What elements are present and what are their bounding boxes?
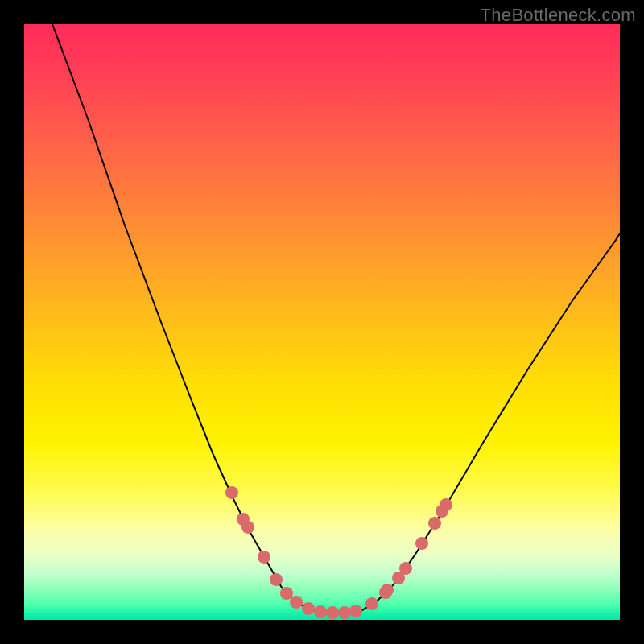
data-point-marker [314, 605, 327, 618]
data-point-marker [280, 587, 293, 600]
data-point-marker [440, 498, 452, 511]
data-point-marker [290, 596, 303, 609]
data-point-marker [338, 606, 351, 619]
data-point-marker [258, 551, 270, 564]
data-point-marker [381, 584, 394, 597]
data-point-marker [225, 486, 238, 499]
curve-svg [24, 24, 620, 620]
data-point-marker [326, 606, 339, 619]
data-point-marker [415, 537, 428, 550]
watermark-text: TheBottleneck.com [481, 5, 636, 26]
data-point-marker [365, 597, 378, 610]
marker-group [225, 486, 452, 619]
data-point-marker [270, 573, 283, 586]
data-point-marker [428, 517, 441, 530]
data-point-marker [399, 562, 412, 575]
data-point-marker [349, 605, 362, 617]
data-point-marker [302, 602, 315, 615]
data-point-marker [237, 513, 250, 526]
chart-frame [24, 24, 620, 620]
bottleneck-curve [52, 24, 620, 613]
